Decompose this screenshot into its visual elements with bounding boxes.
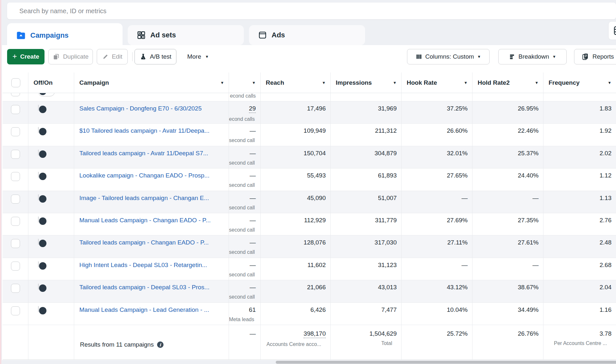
campaign-link[interactable]: Tailored leads campaign - Deepal SL03 - … [79, 284, 209, 291]
campaign-link[interactable]: Manual Leads Campaign - Lead Generation … [79, 306, 209, 313]
row-toggle-cell [28, 258, 74, 280]
more-button[interactable]: More ▼ [184, 49, 213, 64]
row-checkbox[interactable] [11, 105, 20, 114]
campaign-link[interactable]: Image - Tailored leads campaign - Changa… [79, 195, 209, 202]
footer-impressions-value: 1,504,629 [369, 330, 397, 337]
off-on-toggle[interactable] [38, 105, 39, 111]
campaign-link[interactable]: Manual Leads Campaign - Changan EADO - P… [79, 217, 211, 224]
off-on-toggle[interactable] [38, 93, 55, 96]
off-on-toggle[interactable] [38, 261, 39, 267]
sort-arrow-icon[interactable]: ▼ [322, 81, 326, 85]
footer-hook-rate-cell: 25.72% [402, 325, 472, 359]
row-checkbox[interactable] [11, 217, 20, 226]
row-campaign-cell: Sales Campaign - Dongfeng E70 - 6/30/202… [74, 101, 229, 123]
row-checkbox[interactable] [11, 284, 20, 293]
row-hook-rate-cell: 10.04% [402, 303, 472, 325]
off-on-toggle[interactable] [38, 149, 39, 156]
row-campaign-cell: Tailored leads campaign - Avatr 11/Deepa… [74, 146, 229, 168]
sort-arrow-icon[interactable]: ▼ [220, 81, 224, 85]
row-checkbox[interactable] [11, 127, 20, 136]
row-toggle-cell [28, 146, 74, 168]
row-results-cell: — second call [229, 146, 261, 168]
row-checkbox[interactable] [11, 239, 20, 248]
footer-frequency-value: 3.78 [600, 330, 611, 337]
edit-button[interactable]: Edit [97, 49, 128, 64]
search-input[interactable] [19, 7, 556, 15]
tab-ads[interactable]: Ads [249, 25, 365, 45]
off-on-toggle[interactable] [38, 194, 39, 200]
sort-arrow-icon[interactable]: ▼ [393, 81, 397, 85]
footer-reach-value[interactable]: 398,170 [303, 330, 326, 338]
pivot-table-button[interactable] [608, 21, 616, 40]
duplicate-button[interactable]: Duplicate [48, 49, 93, 64]
columns-button[interactable]: Columns: Custom ▼ [407, 49, 490, 64]
campaign-link[interactable]: $10 Tailored leads campaign - Avatr 11/D… [79, 127, 209, 134]
tab-campaigns[interactable]: Campaigns [7, 23, 123, 48]
results-sub-label: second call [229, 227, 256, 233]
partial-empty-cell [331, 93, 402, 101]
header-results-truncated[interactable]: ▼ [229, 72, 261, 93]
row-hold-rate2-cell: 27.61% [472, 235, 543, 257]
sort-arrow-icon[interactable]: ▼ [535, 81, 539, 85]
window-left-edge [0, 0, 1, 364]
off-on-toggle[interactable] [38, 172, 39, 178]
row-results-cell: 61 Meta leads [229, 303, 261, 325]
row-reach-cell: 45,090 [261, 191, 331, 213]
row-results-cell: — second call [229, 213, 261, 235]
row-checkbox[interactable] [11, 195, 20, 204]
campaign-link[interactable]: Tailored leads campaign - Changan EADO -… [79, 239, 209, 246]
search-bar [7, 3, 616, 19]
row-checkbox[interactable] [11, 150, 20, 159]
footer-impressions-cell: 1,504,629 Total [331, 325, 402, 359]
row-reach-cell: 150,704 [261, 146, 331, 168]
row-toggle-cell [28, 213, 74, 235]
campaign-link[interactable]: Sales Campaign - Dongfeng E70 - 6/30/202… [79, 105, 202, 112]
row-hold-rate2-cell: 22.46% [472, 124, 543, 146]
row-results-cell: — second call [229, 124, 261, 146]
off-on-toggle[interactable] [38, 216, 39, 223]
ab-test-button[interactable]: A/B test [134, 49, 176, 64]
campaign-link[interactable]: High Intent Leads - Deepal SL03 - Retarg… [79, 262, 207, 269]
tab-ad-sets[interactable]: Ad sets [128, 25, 244, 45]
campaign-link[interactable]: Lookalike campaign - Changan EADO - Pros… [79, 172, 209, 179]
header-impressions[interactable]: Impressions ▼ [331, 72, 402, 93]
row-hook-rate-cell: 27.69% [402, 213, 472, 235]
breakdown-button[interactable]: Breakdown ▼ [498, 49, 567, 64]
off-on-toggle[interactable] [38, 239, 39, 245]
chevron-down-icon: ▼ [205, 55, 209, 59]
partial-empty-cell [472, 93, 543, 101]
header-hook-rate[interactable]: Hook Rate ▼ [402, 72, 472, 93]
campaign-link[interactable]: Tailored leads campaign - Avatr 11/Deepa… [79, 150, 208, 157]
row-toggle-cell [28, 235, 74, 257]
create-button-label: Create [20, 53, 39, 60]
sort-arrow-icon[interactable]: ▼ [252, 81, 256, 85]
sort-arrow-icon[interactable]: ▼ [608, 81, 611, 85]
off-on-toggle[interactable] [38, 283, 39, 290]
toolbar-divider [132, 52, 133, 61]
row-results-cell: — second call [229, 258, 261, 280]
partial-checkbox-cell [3, 93, 28, 101]
row-impressions-cell: 211,312 [331, 124, 402, 146]
row-frequency-cell: 2.04 [543, 280, 616, 302]
off-on-toggle[interactable] [38, 127, 39, 133]
row-toggle-cell [28, 191, 74, 213]
select-all-checkbox[interactable] [11, 78, 20, 87]
header-campaign[interactable]: Campaign ▼ [74, 72, 229, 93]
row-checkbox[interactable] [11, 172, 20, 181]
horizontal-scrollbar[interactable] [276, 361, 616, 364]
reports-button[interactable]: Reports [574, 49, 616, 64]
row-impressions-cell: 304,879 [331, 146, 402, 168]
header-frequency[interactable]: Frequency ▼ [543, 72, 616, 93]
row-campaign-cell: Image - Tailored leads campaign - Changa… [74, 191, 229, 213]
create-button[interactable]: + Create [7, 49, 45, 64]
info-icon[interactable]: i [157, 341, 164, 348]
row-impressions-cell: 61,893 [331, 168, 402, 190]
header-hold-rate2[interactable]: Hold Rate2 ▼ [472, 72, 543, 93]
row-checkbox[interactable] [11, 262, 20, 271]
row-checkbox[interactable] [11, 93, 20, 96]
off-on-toggle[interactable] [38, 306, 39, 312]
row-hold-rate2-cell: — [472, 191, 543, 213]
sort-arrow-icon[interactable]: ▼ [464, 81, 468, 85]
row-checkbox[interactable] [11, 306, 20, 315]
header-reach[interactable]: Reach ▼ [261, 72, 331, 93]
